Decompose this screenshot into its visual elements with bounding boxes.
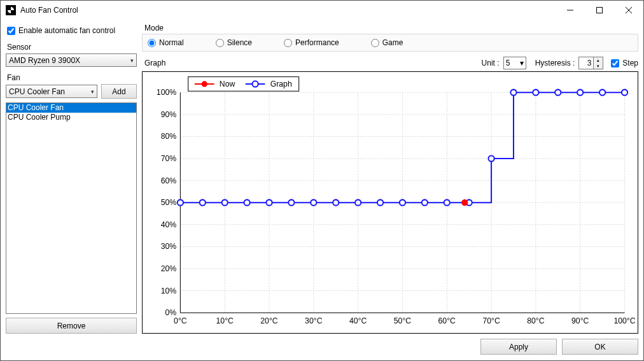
mode-label: Mode: [144, 24, 638, 32]
enable-checkbox[interactable]: Enable automatic fan control: [6, 24, 137, 40]
minimize-button[interactable]: [556, 1, 585, 20]
svg-text:60%: 60%: [161, 176, 177, 185]
chevron-down-icon: ▾: [130, 57, 134, 64]
enable-label: Enable automatic fan control: [18, 26, 115, 35]
svg-text:20%: 20%: [161, 264, 177, 273]
chevron-down-icon: ▾: [91, 88, 94, 95]
svg-point-67: [555, 90, 561, 96]
svg-text:10°C: 10°C: [216, 316, 234, 325]
fan-select[interactable]: CPU Cooler Fan▾: [6, 85, 97, 98]
svg-point-51: [200, 200, 206, 206]
svg-text:50%: 50%: [161, 198, 177, 207]
graph-label: Graph: [144, 59, 478, 67]
svg-point-60: [400, 200, 405, 206]
mode-option-silence[interactable]: Silence: [216, 38, 252, 47]
svg-text:100°C: 100°C: [613, 316, 635, 325]
list-item[interactable]: CPU Cooler Pump: [6, 113, 136, 122]
svg-point-69: [599, 90, 605, 96]
titlebar: Auto Fan Control: [1, 1, 643, 20]
list-item[interactable]: CPU Cooler Fan: [6, 103, 136, 113]
svg-text:80°C: 80°C: [527, 316, 545, 325]
up-icon[interactable]: ▴: [594, 57, 603, 63]
fan-listbox[interactable]: CPU Cooler FanCPU Cooler Pump: [6, 103, 137, 314]
close-button[interactable]: [614, 1, 643, 20]
svg-point-59: [377, 200, 383, 206]
unit-label: Unit :: [482, 59, 500, 67]
svg-text:20°C: 20°C: [260, 316, 278, 325]
svg-point-52: [222, 200, 228, 206]
svg-point-68: [577, 90, 583, 96]
svg-point-65: [510, 90, 516, 96]
svg-point-62: [444, 200, 450, 206]
sensor-label: Sensor: [7, 43, 137, 52]
svg-point-54: [266, 200, 272, 206]
hysteresis-label: Hysteresis :: [535, 59, 575, 67]
hysteresis-stepper[interactable]: ▴▾: [578, 57, 603, 69]
svg-text:100%: 100%: [157, 88, 176, 97]
down-icon[interactable]: ▾: [594, 63, 603, 69]
svg-text:30%: 30%: [161, 243, 177, 251]
svg-text:0°C: 0°C: [174, 316, 187, 325]
app-icon: [6, 5, 16, 15]
mode-group: NormalSilencePerformanceGame: [142, 34, 638, 52]
svg-point-53: [244, 200, 249, 206]
svg-text:10%: 10%: [161, 287, 177, 295]
svg-text:70%: 70%: [161, 154, 177, 163]
svg-point-70: [622, 90, 627, 96]
ok-button[interactable]: OK: [562, 339, 638, 355]
unit-select[interactable]: 5▾: [503, 57, 526, 69]
step-checkbox[interactable]: Step: [607, 59, 638, 67]
svg-point-58: [355, 200, 361, 206]
window-title: Auto Fan Control: [20, 6, 556, 15]
sensor-select[interactable]: AMD Ryzen 9 3900X▾: [6, 53, 137, 67]
svg-point-55: [288, 200, 294, 206]
svg-point-57: [333, 200, 339, 206]
svg-text:90°C: 90°C: [571, 316, 589, 325]
mode-option-performance[interactable]: Performance: [284, 38, 339, 47]
apply-button[interactable]: Apply: [480, 339, 557, 355]
graph-panel[interactable]: 0%10%20%30%40%50%60%70%80%90%100%0°C10°C…: [142, 71, 638, 334]
svg-text:Now: Now: [220, 80, 235, 88]
svg-text:30°C: 30°C: [305, 316, 323, 325]
svg-point-71: [461, 199, 468, 206]
svg-text:40°C: 40°C: [349, 316, 367, 325]
maximize-button[interactable]: [585, 1, 614, 20]
mode-option-game[interactable]: Game: [371, 38, 403, 47]
svg-point-64: [488, 155, 494, 161]
fan-label: Fan: [7, 73, 137, 82]
svg-rect-1: [597, 8, 603, 13]
svg-point-66: [533, 90, 538, 96]
chevron-down-icon: ▾: [520, 59, 524, 67]
svg-text:70°C: 70°C: [482, 316, 500, 325]
svg-text:80%: 80%: [161, 132, 177, 141]
svg-point-56: [311, 200, 316, 206]
svg-text:60°C: 60°C: [438, 316, 456, 325]
svg-text:50°C: 50°C: [394, 316, 412, 325]
svg-text:Graph: Graph: [270, 80, 292, 88]
remove-button[interactable]: Remove: [6, 318, 137, 334]
svg-point-61: [422, 200, 428, 206]
add-button[interactable]: Add: [101, 84, 137, 99]
svg-point-77: [252, 81, 258, 87]
svg-point-74: [202, 81, 207, 87]
svg-text:40%: 40%: [161, 220, 177, 229]
svg-text:90%: 90%: [161, 110, 177, 119]
mode-option-normal[interactable]: Normal: [148, 38, 184, 47]
svg-point-50: [178, 200, 183, 206]
